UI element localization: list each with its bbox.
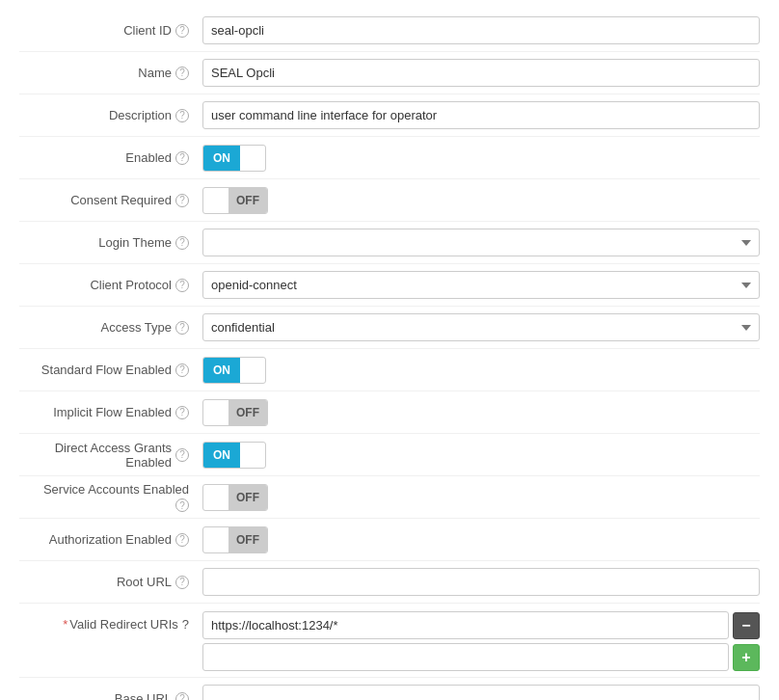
service-accounts-help-icon[interactable]: ? [175,498,189,512]
settings-form: Client ID ? Name ? Description ? Enabled… [0,0,779,700]
redirect-uri-input-0[interactable] [202,611,729,639]
enabled-on-label: ON [203,146,240,171]
authorization-enabled-row: Authorization Enabled ? OFF [19,519,760,561]
login-theme-label: Login Theme ? [19,235,202,250]
redirect-uri-input-1[interactable] [202,643,729,671]
root-url-input[interactable] [202,568,760,596]
standard-flow-on-label: ON [203,358,240,383]
direct-access-label: Direct Access GrantsEnabled ? [19,441,202,470]
standard-flow-knob [242,360,263,381]
root-url-help-icon[interactable]: ? [175,576,189,589]
base-url-row: Base URL ? [19,678,760,700]
login-theme-help-icon[interactable]: ? [175,236,189,250]
description-row: Description ? [19,94,760,137]
redirect-uri-row-0: − [202,611,760,639]
access-type-row: Access Type ? confidential [19,307,760,349]
login-theme-select[interactable] [202,229,760,256]
implicit-flow-help-icon[interactable]: ? [175,406,189,419]
implicit-flow-row: Implicit Flow Enabled ? OFF [19,391,760,434]
consent-required-row: Consent Required ? OFF [19,179,760,222]
login-theme-row: Login Theme ? [19,222,760,264]
standard-flow-help-icon[interactable]: ? [175,363,189,377]
client-protocol-help-icon[interactable]: ? [175,279,189,292]
add-redirect-uri-button[interactable]: + [733,644,760,671]
description-help-icon[interactable]: ? [175,109,189,122]
direct-access-knob [242,444,263,466]
service-accounts-label: Service Accounts Enabled ? [19,482,202,512]
enabled-help-icon[interactable]: ? [175,151,189,165]
description-input[interactable] [202,101,760,129]
consent-required-off-label: OFF [228,188,267,213]
client-id-label: Client ID ? [19,23,202,38]
client-id-row: Client ID ? [19,10,760,52]
service-accounts-row: Service Accounts Enabled ? OFF [19,476,760,519]
authorization-enabled-toggle[interactable]: OFF [202,526,268,553]
root-url-label: Root URL ? [19,575,202,589]
name-help-icon[interactable]: ? [175,67,189,80]
consent-required-label: Consent Required ? [19,193,202,207]
name-row: Name ? [19,52,760,94]
standard-flow-toggle[interactable]: ON [202,357,266,384]
valid-redirect-uris-label: * Valid Redirect URIs ? [19,611,202,632]
consent-required-knob [205,190,227,211]
authorization-enabled-help-icon[interactable]: ? [175,533,189,547]
base-url-help-icon[interactable]: ? [175,692,189,701]
name-label: Name ? [19,66,202,80]
direct-access-on-label: ON [203,443,240,468]
implicit-flow-label: Implicit Flow Enabled ? [19,405,202,419]
remove-redirect-uri-button[interactable]: − [733,612,760,639]
authorization-enabled-knob [205,529,227,551]
redirect-uri-row-1: + [202,643,760,671]
name-input[interactable] [202,59,760,87]
access-type-help-icon[interactable]: ? [175,321,189,335]
enabled-row: Enabled ? ON [19,137,760,179]
valid-redirect-uris-group: − + [202,611,760,671]
implicit-flow-knob [205,402,227,423]
direct-access-help-icon[interactable]: ? [175,448,189,462]
access-type-label: Access Type ? [19,320,202,335]
client-protocol-label: Client Protocol ? [19,278,202,292]
service-accounts-toggle[interactable]: OFF [202,484,268,511]
consent-required-toggle[interactable]: OFF [202,187,268,214]
implicit-flow-toggle[interactable]: OFF [202,399,268,426]
valid-redirect-uris-row: * Valid Redirect URIs ? − + [19,604,760,678]
service-accounts-off-label: OFF [228,485,267,510]
authorization-enabled-label: Authorization Enabled ? [19,532,202,547]
client-id-help-icon[interactable]: ? [175,24,189,38]
required-star: * [63,617,67,632]
base-url-label: Base URL ? [19,691,202,700]
consent-required-help-icon[interactable]: ? [175,194,189,207]
standard-flow-label: Standard Flow Enabled ? [19,363,202,377]
client-protocol-select[interactable]: openid-connect [202,271,760,299]
base-url-input[interactable] [202,685,760,700]
implicit-flow-off-label: OFF [228,400,267,425]
root-url-row: Root URL ? [19,561,760,604]
client-id-input[interactable] [202,16,760,44]
valid-redirect-uris-help-icon[interactable]: ? [182,617,189,632]
direct-access-row: Direct Access GrantsEnabled ? ON [19,434,760,476]
client-protocol-row: Client Protocol ? openid-connect [19,264,760,307]
service-accounts-knob [205,487,227,508]
standard-flow-row: Standard Flow Enabled ? ON [19,349,760,391]
access-type-select[interactable]: confidential [202,313,760,341]
direct-access-toggle[interactable]: ON [202,442,266,469]
enabled-knob [242,148,263,169]
enabled-label: Enabled ? [19,150,202,165]
authorization-enabled-off-label: OFF [228,527,267,552]
enabled-toggle[interactable]: ON [202,145,266,172]
description-label: Description ? [19,108,202,122]
